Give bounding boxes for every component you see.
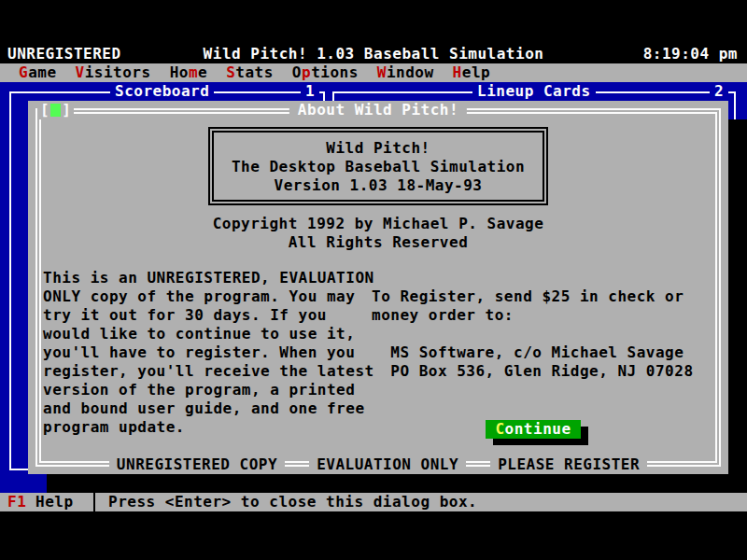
app-titlebar: UNREGISTERED Wild Pitch! 1.03 Baseball S… — [0, 45, 747, 63]
dialog-footer: UNREGISTERED COPY EVALUATION ONLY PLEASE… — [28, 455, 728, 474]
dialog-shadow-right — [728, 119, 747, 474]
badge-evaluation-only: EVALUATION ONLY — [309, 455, 466, 474]
continue-hotkey: C — [495, 420, 504, 438]
window-number-scoreboard: 1 — [301, 82, 319, 101]
program-info-box: Wild Pitch! The Desktop Baseball Simulat… — [208, 127, 548, 205]
menu-label: elp — [462, 63, 490, 81]
menu-label: indow — [387, 63, 434, 81]
menu-item-options[interactable]: Options — [292, 63, 359, 82]
menu-hotkey: V — [76, 63, 85, 81]
clock: 8:19:04 pm — [643, 45, 738, 63]
menu-item-window[interactable]: Window — [377, 63, 434, 82]
close-button[interactable]: [] — [37, 101, 74, 119]
menu-label: Ho — [170, 63, 189, 81]
menu-item-home[interactable]: Home — [170, 63, 208, 82]
window-title-lineup-cards[interactable]: Lineup Cards — [472, 82, 596, 101]
f1-key-hint[interactable]: F1 — [7, 493, 26, 511]
continue-button[interactable]: Continue — [486, 420, 581, 439]
menu-hotkey: W — [377, 63, 387, 81]
bracket-right: ] — [62, 101, 71, 119]
close-icon — [50, 104, 61, 117]
menu-bar: Game Visitors Home Stats Options Window … — [0, 63, 747, 82]
evaluation-notice: This is an UNREGISTERED, EVALUATION ONLY… — [43, 269, 379, 437]
menu-label: O — [292, 63, 302, 81]
menu-label: isitors — [85, 63, 151, 81]
menu-item-game[interactable]: Game — [19, 63, 57, 82]
menu-label: e — [198, 63, 207, 81]
menu-item-help[interactable]: Help — [453, 63, 491, 82]
menu-hotkey: G — [19, 63, 28, 81]
registration-status: UNREGISTERED — [7, 45, 121, 63]
menu-hotkey: p — [302, 63, 311, 81]
window-title-scoreboard[interactable]: Scoreboard — [110, 82, 214, 101]
program-name: Wild Pitch! — [214, 139, 543, 158]
menu-hotkey: H — [453, 63, 462, 81]
copyright-text: Copyright 1992 by Michael P. Savage All … — [28, 215, 728, 252]
app-title: Wild Pitch! 1.03 Baseball Simulation — [204, 45, 544, 63]
program-version: Version 1.03 18-May-93 — [214, 176, 543, 195]
window-number-lineup-cards: 2 — [710, 82, 728, 101]
menu-item-visitors[interactable]: Visitors — [76, 63, 151, 82]
menu-label: tions — [311, 63, 359, 81]
badge-unregistered-copy: UNREGISTERED COPY — [109, 455, 285, 474]
menu-hotkey: S — [226, 63, 235, 81]
status-message: Press <Enter> to close this dialog box. — [108, 493, 477, 511]
dialog-shadow-bottom — [47, 474, 747, 493]
continue-label: ontinue — [505, 420, 571, 438]
bracket-left: [ — [40, 101, 49, 119]
status-bar: F1 Help Press <Enter> to close this dial… — [0, 493, 747, 511]
registration-info: To Register, send $25 in check or money … — [372, 287, 694, 381]
status-divider — [93, 493, 95, 511]
menu-hotkey: m — [189, 63, 198, 81]
menu-label: ame — [28, 63, 56, 81]
program-subtitle: The Desktop Baseball Simulation — [214, 158, 543, 176]
badge-please-register: PLEASE REGISTER — [490, 455, 647, 474]
dos-screen: UNREGISTERED Wild Pitch! 1.03 Baseball S… — [0, 0, 747, 560]
menu-item-stats[interactable]: Stats — [226, 63, 274, 82]
menu-label: tats — [235, 63, 274, 81]
dialog-title: About Wild Pitch! — [289, 101, 467, 119]
help-label[interactable]: Help — [35, 493, 74, 511]
about-dialog: [] About Wild Pitch! Wild Pitch! The Des… — [28, 101, 728, 474]
